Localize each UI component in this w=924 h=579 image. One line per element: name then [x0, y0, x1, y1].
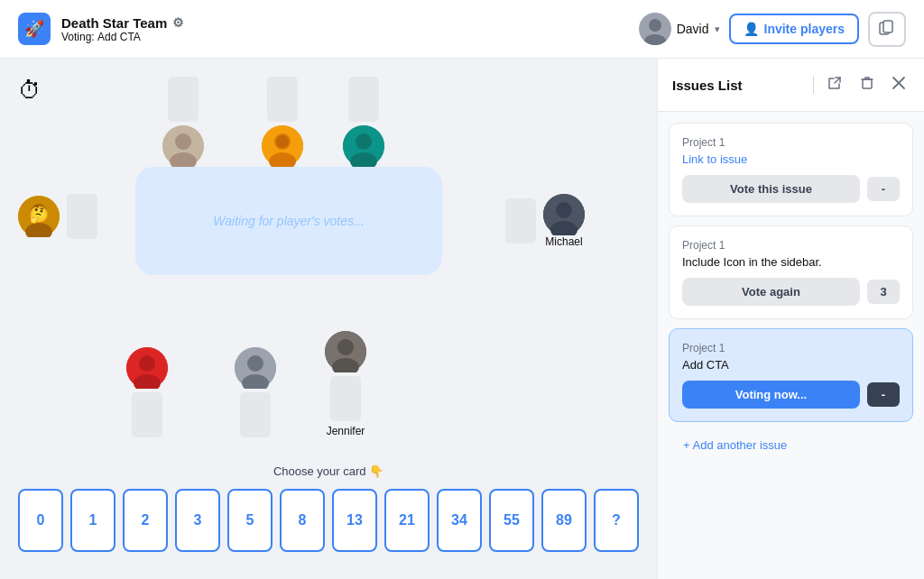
table-container: Sara: [18, 77, 639, 464]
jennifer-avatar: [325, 331, 366, 372]
team-info: Death Star Team ⚙ Voting: Add CTA: [61, 15, 628, 43]
voting-now-button[interactable]: Voting now...: [682, 381, 860, 409]
top-mid-avatar: [262, 125, 303, 167]
svg-point-11: [276, 135, 289, 148]
top-right-avatar: [343, 125, 384, 167]
voting-label: Voting: Add CTA: [61, 31, 628, 43]
invite-icon: 👤: [744, 22, 759, 36]
issues-list: Project 1 Link to issue Vote this issue …: [658, 112, 924, 470]
delete-icon-button[interactable]: [855, 71, 879, 98]
jennifer-avatar-svg: [325, 331, 366, 372]
top-mid-card: [267, 77, 298, 122]
player-michael: Michael: [505, 194, 585, 248]
player-top-right: [343, 77, 384, 167]
left-card: [67, 194, 97, 239]
player-bottom-mid: [235, 347, 276, 437]
close-icon-button[interactable]: [888, 72, 910, 97]
team-name: Death Star Team: [61, 15, 167, 31]
issue-1-project: Project 1: [682, 136, 900, 149]
voting-table: Waiting for player's votes...: [135, 167, 442, 275]
vote-card-3[interactable]: 3: [175, 489, 220, 552]
vote-card-89[interactable]: 89: [541, 489, 587, 552]
svg-point-29: [337, 339, 354, 355]
michael-card: [505, 198, 536, 244]
issue-3-actions: Voting now... -: [682, 381, 900, 409]
deck-icon: [879, 20, 895, 36]
player-bottom-left: [126, 347, 168, 437]
issue-3-title: Add CTA: [682, 358, 900, 372]
user-menu-button[interactable]: David ▾: [639, 13, 720, 45]
issue-card-2: Project 1 Include Icon in the sidebar. V…: [669, 225, 913, 319]
card-deck-button[interactable]: [868, 12, 906, 47]
issue-1-actions: Vote this issue -: [682, 175, 900, 203]
chevron-down-icon: ▾: [715, 23, 720, 35]
sidebar-header: Issues List: [658, 59, 924, 112]
sidebar: Issues List: [657, 59, 924, 579]
close-icon: [892, 76, 906, 90]
vote-card-34[interactable]: 34: [437, 489, 482, 552]
sara-avatar: [162, 125, 204, 167]
svg-point-6: [175, 133, 191, 150]
bottom-mid-avatar: [235, 347, 276, 389]
svg-point-26: [247, 355, 263, 372]
user-name: David: [677, 22, 709, 36]
export-icon-button[interactable]: [823, 71, 846, 98]
issue-1-link[interactable]: Link to issue: [682, 152, 900, 166]
bottom-left-card: [132, 392, 162, 437]
vote-card-55[interactable]: 55: [489, 489, 534, 552]
svg-rect-4: [883, 21, 892, 32]
cards-row: 0123581321345589?: [18, 489, 639, 552]
issue-3-count: -: [867, 382, 900, 407]
voting-prefix: Voting:: [61, 31, 95, 43]
bottom-left-avatar-svg: [126, 347, 168, 389]
export-icon: [827, 75, 843, 91]
vote-card-21[interactable]: 21: [384, 489, 430, 552]
sara-avatar-svg: [162, 125, 204, 167]
voting-now-label: Voting now...: [735, 388, 807, 401]
left-avatar-svg: 🤔: [18, 196, 60, 237]
vote-this-issue-label: Vote this issue: [730, 182, 812, 196]
jennifer-name: Jennifer: [327, 425, 365, 437]
logo-icon: 🚀: [18, 13, 51, 45]
issue-2-title: Include Icon in the sidebar.: [682, 255, 900, 269]
issue-card-3: Project 1 Add CTA Voting now... -: [669, 328, 913, 422]
issue-1-count: -: [867, 177, 900, 201]
issue-2-project: Project 1: [682, 239, 900, 252]
vote-card-?[interactable]: ?: [594, 489, 639, 552]
add-issue-label: + Add another issue: [683, 438, 787, 452]
waiting-text: Waiting for player's votes...: [213, 214, 364, 228]
divider: [813, 76, 814, 94]
svg-rect-31: [863, 79, 872, 88]
jennifer-card: [330, 376, 361, 421]
left-avatar: 🤔: [18, 196, 60, 237]
gear-icon[interactable]: ⚙: [172, 15, 184, 30]
vote-card-0[interactable]: 0: [18, 489, 63, 552]
player-top-mid: [262, 77, 303, 167]
header-right: David ▾ 👤 Invite players: [639, 12, 906, 47]
top-mid-avatar-svg: [262, 125, 303, 167]
game-area: ⏱ Sara: [0, 59, 657, 579]
issue-2-count: 3: [867, 280, 900, 304]
vote-again-button[interactable]: Vote again: [682, 278, 860, 306]
user-avatar: [639, 13, 671, 45]
vote-card-13[interactable]: 13: [332, 489, 377, 552]
trash-icon: [859, 75, 875, 91]
vote-this-issue-button[interactable]: Vote this issue: [682, 175, 860, 203]
michael-avatar-svg: [543, 194, 585, 235]
top-right-avatar-svg: [343, 125, 384, 167]
bottom-mid-avatar-svg: [235, 347, 276, 389]
sara-card: [168, 77, 199, 122]
player-left: 🤔: [18, 194, 97, 239]
vote-card-5[interactable]: 5: [227, 489, 273, 552]
vote-card-1[interactable]: 1: [70, 489, 116, 552]
user-avatar-img: [639, 13, 671, 45]
svg-point-13: [356, 133, 372, 150]
header: 🚀 Death Star Team ⚙ Voting: Add CTA Davi…: [0, 0, 924, 59]
add-issue-button[interactable]: + Add another issue: [669, 431, 913, 459]
michael-avatar: [543, 194, 585, 235]
vote-card-2[interactable]: 2: [123, 489, 168, 552]
vote-card-8[interactable]: 8: [280, 489, 325, 552]
invite-players-button[interactable]: 👤 Invite players: [729, 14, 860, 44]
logo-symbol: 🚀: [24, 19, 44, 39]
main-layout: ⏱ Sara: [0, 59, 924, 579]
